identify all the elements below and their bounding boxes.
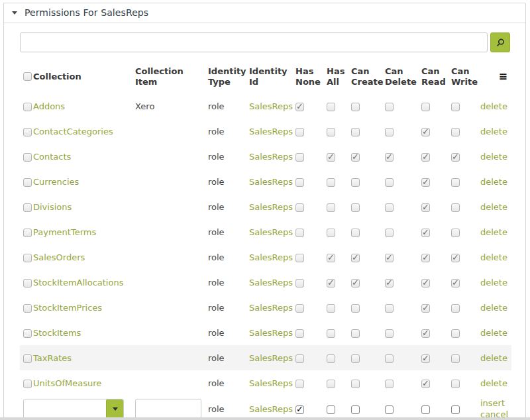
can-write-checkbox[interactable] xyxy=(451,128,460,136)
identity-id-link[interactable]: SalesReps xyxy=(249,353,293,363)
new-collection-input[interactable] xyxy=(24,399,106,418)
identity-id-link[interactable]: SalesReps xyxy=(249,328,293,338)
can-create-checkbox[interactable] xyxy=(351,354,360,363)
has-none-checkbox[interactable] xyxy=(295,354,304,363)
can-write-checkbox[interactable] xyxy=(451,354,460,363)
collection-link[interactable]: StockItemAllocations xyxy=(33,278,123,288)
can-write-checkbox[interactable] xyxy=(451,405,460,414)
identity-id-link[interactable]: SalesReps xyxy=(249,278,293,288)
can-delete-checkbox[interactable] xyxy=(385,103,394,111)
delete-link[interactable]: delete xyxy=(480,101,507,111)
identity-id-link[interactable]: SalesReps xyxy=(249,404,293,414)
can-read-checkbox[interactable] xyxy=(421,354,430,363)
collection-link[interactable]: TaxRates xyxy=(33,353,72,363)
can-read-checkbox[interactable] xyxy=(421,178,430,187)
collection-link[interactable]: StockItemPrices xyxy=(33,303,102,313)
can-create-checkbox[interactable] xyxy=(351,405,360,414)
row-select-checkbox[interactable] xyxy=(23,229,32,237)
delete-link[interactable]: delete xyxy=(480,227,507,237)
identity-id-link[interactable]: SalesReps xyxy=(249,177,293,187)
can-read-checkbox[interactable] xyxy=(421,329,430,338)
delete-link[interactable]: delete xyxy=(480,303,507,313)
row-select-checkbox[interactable] xyxy=(23,304,32,313)
row-select-checkbox[interactable] xyxy=(23,254,32,262)
has-all-checkbox[interactable] xyxy=(327,304,335,313)
can-read-checkbox[interactable] xyxy=(421,279,430,288)
has-all-checkbox[interactable] xyxy=(327,103,335,111)
can-create-checkbox[interactable] xyxy=(351,103,360,111)
delete-link[interactable]: delete xyxy=(480,202,507,212)
has-none-checkbox[interactable] xyxy=(295,405,304,414)
has-all-checkbox[interactable] xyxy=(327,178,335,187)
can-read-checkbox[interactable] xyxy=(421,229,430,237)
row-select-checkbox[interactable] xyxy=(23,103,32,111)
can-create-checkbox[interactable] xyxy=(351,304,360,313)
can-delete-checkbox[interactable] xyxy=(385,178,394,187)
row-select-checkbox[interactable] xyxy=(23,329,32,338)
has-none-checkbox[interactable] xyxy=(295,329,304,338)
collection-link[interactable]: Currencies xyxy=(33,177,79,187)
identity-id-link[interactable]: SalesReps xyxy=(249,152,293,162)
can-create-checkbox[interactable] xyxy=(351,329,360,338)
has-all-checkbox[interactable] xyxy=(327,153,335,162)
can-read-checkbox[interactable] xyxy=(421,254,430,262)
can-delete-checkbox[interactable] xyxy=(385,254,394,262)
can-create-checkbox[interactable] xyxy=(351,153,360,162)
has-none-checkbox[interactable] xyxy=(295,103,304,111)
collection-link[interactable]: UnitsOfMeasure xyxy=(33,378,101,388)
delete-link[interactable]: delete xyxy=(480,353,507,363)
can-create-checkbox[interactable] xyxy=(351,279,360,288)
can-write-checkbox[interactable] xyxy=(451,203,460,212)
can-write-checkbox[interactable] xyxy=(451,329,460,338)
has-none-checkbox[interactable] xyxy=(295,153,304,162)
row-select-checkbox[interactable] xyxy=(23,128,32,136)
has-all-checkbox[interactable] xyxy=(327,354,335,363)
collection-link[interactable]: Contacts xyxy=(33,152,71,162)
collection-link[interactable]: Divisions xyxy=(33,202,72,212)
can-write-checkbox[interactable] xyxy=(451,178,460,187)
can-delete-checkbox[interactable] xyxy=(385,329,394,338)
collapse-icon[interactable] xyxy=(12,11,17,15)
can-read-checkbox[interactable] xyxy=(421,103,430,111)
can-delete-checkbox[interactable] xyxy=(385,153,394,162)
can-delete-checkbox[interactable] xyxy=(385,279,394,288)
can-write-checkbox[interactable] xyxy=(451,153,460,162)
column-menu-icon[interactable]: ≡ xyxy=(499,72,507,81)
identity-id-link[interactable]: SalesReps xyxy=(249,127,293,136)
identity-id-link[interactable]: SalesReps xyxy=(249,202,293,212)
can-read-checkbox[interactable] xyxy=(421,405,430,414)
can-write-checkbox[interactable] xyxy=(451,229,460,237)
delete-link[interactable]: delete xyxy=(480,177,507,187)
can-read-checkbox[interactable] xyxy=(421,304,430,313)
combobox-dropdown-button[interactable] xyxy=(106,399,123,418)
collection-link[interactable]: SalesOrders xyxy=(33,252,85,262)
delete-link[interactable]: delete xyxy=(480,328,507,338)
collection-link[interactable]: Addons xyxy=(33,101,65,111)
has-all-checkbox[interactable] xyxy=(327,329,335,338)
can-write-checkbox[interactable] xyxy=(451,103,460,111)
can-delete-checkbox[interactable] xyxy=(385,354,394,363)
can-read-checkbox[interactable] xyxy=(421,128,430,136)
can-create-checkbox[interactable] xyxy=(351,178,360,187)
can-delete-checkbox[interactable] xyxy=(385,203,394,212)
has-all-checkbox[interactable] xyxy=(327,203,335,212)
has-none-checkbox[interactable] xyxy=(295,229,304,237)
select-all-checkbox[interactable] xyxy=(23,72,32,81)
can-write-checkbox[interactable] xyxy=(451,254,460,262)
identity-id-link[interactable]: SalesReps xyxy=(249,252,293,262)
can-create-checkbox[interactable] xyxy=(351,203,360,212)
can-create-checkbox[interactable] xyxy=(351,254,360,262)
has-none-checkbox[interactable] xyxy=(295,380,304,388)
row-select-checkbox[interactable] xyxy=(23,380,32,388)
has-all-checkbox[interactable] xyxy=(327,279,335,288)
collection-link[interactable]: PaymentTerms xyxy=(33,227,96,237)
delete-link[interactable]: delete xyxy=(480,252,507,262)
has-all-checkbox[interactable] xyxy=(327,254,335,262)
delete-link[interactable]: delete xyxy=(480,127,507,136)
can-read-checkbox[interactable] xyxy=(421,153,430,162)
can-delete-checkbox[interactable] xyxy=(385,304,394,313)
can-delete-checkbox[interactable] xyxy=(385,128,394,136)
has-none-checkbox[interactable] xyxy=(295,178,304,187)
has-all-checkbox[interactable] xyxy=(327,128,335,136)
can-read-checkbox[interactable] xyxy=(421,380,430,388)
